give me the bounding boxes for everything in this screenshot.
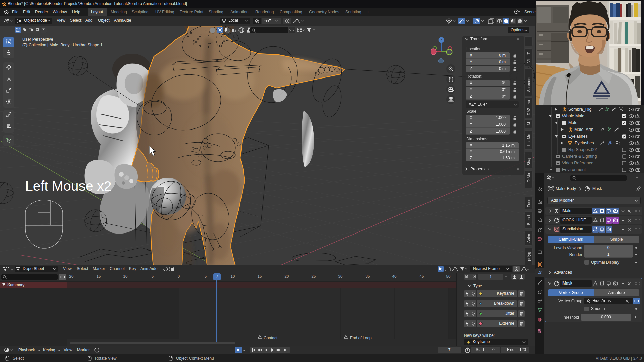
svg-text:Z: Z <box>440 38 442 42</box>
